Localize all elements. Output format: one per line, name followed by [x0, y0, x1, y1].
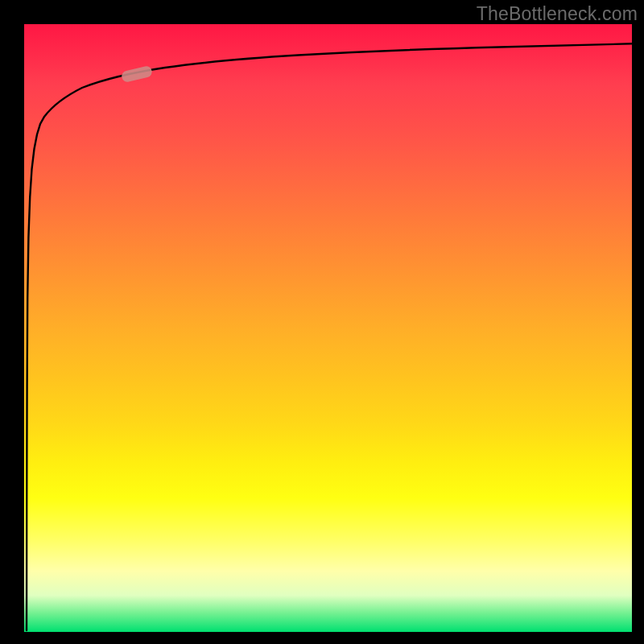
watermark-text: TheBottleneck.com — [477, 3, 638, 25]
chart-curve — [27, 43, 632, 630]
chart-frame: TheBottleneck.com — [0, 0, 644, 644]
chart-curve-layer — [24, 24, 632, 632]
svg-rect-0 — [121, 65, 153, 83]
highlight-marker — [121, 65, 153, 83]
